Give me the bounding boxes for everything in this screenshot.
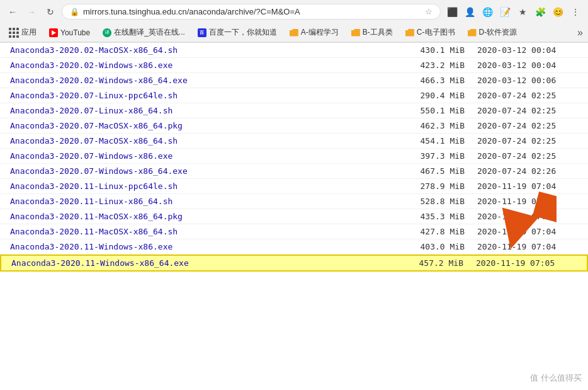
bookmark-star-icon[interactable]: ★ <box>515 4 530 20</box>
file-size: 528.8 MiB <box>402 197 465 206</box>
file-date: 2020-07-24 02:25 <box>477 121 578 130</box>
file-size: 462.3 MiB <box>402 121 465 130</box>
file-date: 2020-11-19 07:04 <box>477 242 578 251</box>
apps-grid-icon <box>9 28 19 38</box>
file-link[interactable]: Anaconda3-2020.07-Windows-x86_64.exe <box>10 166 402 176</box>
bookmark-baidu-label: 百度一下，你就知道 <box>209 27 277 38</box>
table-row: Anaconda3-2020.11-Windows-x86_64.exe457.… <box>0 255 588 272</box>
file-date: 2020-03-12 00:04 <box>477 60 578 70</box>
table-row: Anaconda3-2020.02-MacOSX-x86_64.sh430.1 … <box>0 43 588 58</box>
file-size: 466.3 MiB <box>402 76 465 85</box>
bookmark-translate[interactable]: 译 在线翻译_英语在线... <box>99 26 189 39</box>
translate-icon[interactable]: 🌐 <box>480 4 495 20</box>
table-row: Anaconda3-2020.11-MacOSX-x86_64.pkg435.3… <box>0 209 588 224</box>
file-link[interactable]: Anaconda3-2020.11-Windows-x86.exe <box>10 242 402 251</box>
table-row: Anaconda3-2020.02-Windows-x86.exe423.2 M… <box>0 58 588 73</box>
file-size: 427.8 MiB <box>402 227 465 236</box>
file-size: 290.4 MiB <box>402 91 465 100</box>
bookmark-folder-d-label: D-软件资源 <box>479 27 517 38</box>
reload-button[interactable]: ↻ <box>43 4 58 20</box>
table-row: Anaconda3-2020.07-MacOSX-x86_64.pkg462.3… <box>0 118 588 134</box>
bookmark-folder-c[interactable]: C-电子图书 <box>402 26 459 39</box>
url-text: mirrors.tuna.tsinghua.edu.cn/anaconda/ar… <box>83 7 421 16</box>
bookmark-youtube[interactable]: YouTube <box>45 27 94 38</box>
file-link[interactable]: Anaconda3-2020.02-Windows-x86_64.exe <box>10 76 402 85</box>
file-list: Anaconda3-2020.02-MacOSX-x86_64.sh430.1 … <box>0 43 588 272</box>
bookmark-youtube-label: YouTube <box>60 28 90 37</box>
folder-c-favicon <box>405 29 414 37</box>
file-link[interactable]: Anaconda3-2020.11-Linux-x86_64.sh <box>10 197 402 206</box>
file-date: 2020-03-12 00:04 <box>477 45 578 55</box>
toolbar-right: ⬛ 👤 🌐 📝 ★ 🧩 😊 ⋮ <box>444 4 583 20</box>
file-size: 550.1 MiB <box>402 106 465 115</box>
folder-d-favicon <box>468 29 477 37</box>
youtube-favicon <box>49 28 58 37</box>
lock-icon: 🔒 <box>70 8 79 16</box>
table-row: Anaconda3-2020.11-MacOSX-x86_64.sh427.8 … <box>0 224 588 239</box>
bookmarks-bar: 应用 YouTube 译 在线翻译_英语在线... 百 百度一下，你就知道 A-… <box>0 23 588 42</box>
file-size: 423.2 MiB <box>402 60 465 70</box>
table-row: Anaconda3-2020.11-Windows-x86.exe403.0 M… <box>0 239 588 255</box>
table-row: Anaconda3-2020.11-Linux-x86_64.sh528.8 M… <box>0 194 588 209</box>
file-date: 2020-11-19 07:04 <box>477 212 578 221</box>
file-size: 467.5 MiB <box>402 166 465 176</box>
file-size: 430.1 MiB <box>402 45 465 55</box>
bookmark-folder-a-label: A-编程学习 <box>301 27 339 38</box>
file-link[interactable]: Anaconda3-2020.07-Windows-x86.exe <box>10 151 402 161</box>
translate-favicon: 译 <box>103 28 111 37</box>
bookmark-baidu[interactable]: 百 百度一下，你就知道 <box>194 26 281 39</box>
back-button[interactable]: ← <box>5 4 20 20</box>
bookmarks-more-icon[interactable]: » <box>577 27 583 38</box>
file-link[interactable]: Anaconda3-2020.07-MacOSX-x86_64.sh <box>10 136 402 146</box>
table-row: Anaconda3-2020.11-Linux-ppc64le.sh278.9 … <box>0 179 588 194</box>
file-date: 2020-03-12 00:06 <box>477 76 578 85</box>
file-date: 2020-11-19 07:04 <box>477 197 578 206</box>
folder-b-favicon <box>351 29 360 37</box>
file-size: 454.1 MiB <box>402 136 465 146</box>
table-row: Anaconda3-2020.07-Windows-x86_64.exe467.… <box>0 164 588 179</box>
file-link[interactable]: Anaconda3-2020.11-MacOSX-x86_64.sh <box>10 227 402 236</box>
menu-icon[interactable]: ⋮ <box>568 4 583 20</box>
bookmark-folder-b[interactable]: B-工具类 <box>348 26 397 39</box>
bookmark-folder-c-label: C-电子图书 <box>417 27 455 38</box>
table-row: Anaconda3-2020.07-Linux-x86_64.sh550.1 M… <box>0 103 588 118</box>
table-row: Anaconda3-2020.07-Windows-x86.exe397.3 M… <box>0 149 588 164</box>
file-link[interactable]: Anaconda3-2020.07-Linux-ppc64le.sh <box>10 91 402 100</box>
bookmark-translate-label: 在线翻译_英语在线... <box>114 27 185 38</box>
bookmark-folder-a[interactable]: A-编程学习 <box>286 26 342 39</box>
file-size: 278.9 MiB <box>402 181 465 191</box>
file-date: 2020-07-24 02:25 <box>477 106 578 115</box>
file-size: 435.3 MiB <box>402 212 465 221</box>
puzzle-icon[interactable]: 🧩 <box>533 4 548 20</box>
file-link[interactable]: Anaconda3-2020.02-Windows-x86.exe <box>10 60 402 70</box>
apps-button[interactable]: 应用 <box>5 26 40 39</box>
address-bar[interactable]: 🔒 mirrors.tuna.tsinghua.edu.cn/anaconda/… <box>62 4 441 20</box>
file-link[interactable]: Anaconda3-2020.11-Windows-x86_64.exe <box>11 258 400 268</box>
table-row: Anaconda3-2020.07-Linux-ppc64le.sh290.4 … <box>0 88 588 103</box>
folder-a-favicon <box>290 29 298 37</box>
bookmark-folder-d[interactable]: D-软件资源 <box>464 26 521 39</box>
profile-icon[interactable]: 👤 <box>462 4 477 20</box>
bookmark-folder-b-label: B-工具类 <box>363 27 393 38</box>
table-row: Anaconda3-2020.02-Windows-x86_64.exe466.… <box>0 73 588 88</box>
file-date: 2020-11-19 07:04 <box>477 227 578 236</box>
file-link[interactable]: Anaconda3-2020.02-MacOSX-x86_64.sh <box>10 45 402 55</box>
file-date: 2020-07-24 02:26 <box>477 166 578 176</box>
forward-button[interactable]: → <box>24 4 39 20</box>
nav-bar: ← → ↻ 🔒 mirrors.tuna.tsinghua.edu.cn/ana… <box>0 0 588 23</box>
file-link[interactable]: Anaconda3-2020.07-MacOSX-x86_64.pkg <box>10 121 402 130</box>
watermark: 值 什么值得买 <box>530 372 582 384</box>
file-size: 403.0 MiB <box>402 242 465 251</box>
extensions-icon[interactable]: ⬛ <box>444 4 460 20</box>
file-date: 2020-07-24 02:25 <box>477 151 578 161</box>
page-content: Anaconda3-2020.02-MacOSX-x86_64.sh430.1 … <box>0 43 588 272</box>
file-link[interactable]: Anaconda3-2020.07-Linux-x86_64.sh <box>10 106 402 115</box>
emoji-icon[interactable]: 😊 <box>550 4 565 20</box>
file-link[interactable]: Anaconda3-2020.11-Linux-ppc64le.sh <box>10 181 402 191</box>
file-date: 2020-11-19 07:05 <box>476 258 577 268</box>
notes-icon[interactable]: 📝 <box>497 4 512 20</box>
star-icon[interactable]: ☆ <box>425 7 433 16</box>
table-row: Anaconda3-2020.07-MacOSX-x86_64.sh454.1 … <box>0 134 588 149</box>
file-size: 457.2 MiB <box>400 258 463 268</box>
file-link[interactable]: Anaconda3-2020.11-MacOSX-x86_64.pkg <box>10 212 402 221</box>
